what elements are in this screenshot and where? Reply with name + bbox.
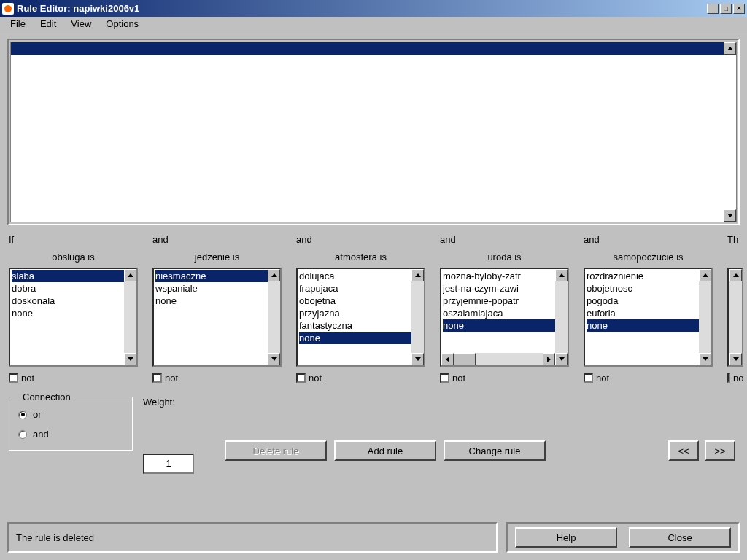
not-checkbox[interactable]	[9, 373, 18, 383]
not-label: not	[309, 373, 322, 384]
menu-edit[interactable]: Edit	[33, 18, 63, 30]
list-item[interactable]: niesmaczne	[155, 270, 279, 282]
column-header: uroda is	[440, 252, 569, 265]
list-item[interactable]: obojetnosc	[587, 282, 710, 295]
weight-input[interactable]: 1	[143, 454, 194, 474]
list-item[interactable]: dolujaca	[299, 270, 422, 282]
variable-listbox[interactable]: rozdraznienieobojetnoscpogodaeuforianone	[584, 268, 713, 367]
scroll-thumb[interactable]	[454, 353, 476, 365]
not-checkbox[interactable]	[440, 373, 449, 383]
list-item[interactable]: frapujaca	[299, 282, 422, 295]
list-item[interactable]: mozna-byloby-zatr	[443, 270, 566, 282]
variable-listbox[interactable]: slabadobradoskonalanone	[9, 268, 138, 367]
not-checkbox-row: not	[296, 373, 425, 384]
not-label: not	[596, 373, 609, 384]
scroll-down-icon[interactable]	[411, 353, 424, 365]
window-title: Rule Editor: napiwki2006v1	[17, 3, 139, 14]
list-item[interactable]: none	[299, 332, 422, 344]
list-item[interactable]: przyjazna	[299, 307, 422, 319]
list-item[interactable]: jest-na-czym-zawi	[443, 282, 566, 295]
scroll-up-icon[interactable]	[411, 269, 424, 281]
variable-column: andjedzenie isniesmacznewspanialenonenot	[152, 234, 282, 384]
list-item[interactable]: dobra	[12, 282, 135, 295]
delete-rule-button[interactable]: Delete rule	[225, 440, 327, 461]
column-header: obsluga is	[9, 252, 138, 265]
variable-column: Ifobsluga isslabadobradoskonalanonenot	[9, 234, 138, 384]
rules-area-frame	[7, 39, 740, 225]
column-header: samopoczucie is	[584, 252, 713, 265]
list-item[interactable]: slaba	[12, 270, 135, 282]
close-window-button[interactable]: ×	[733, 4, 745, 14]
variable-column: andatmosfera isdolujacafrapujacaobojetna…	[296, 234, 425, 384]
scroll-down-icon[interactable]	[268, 353, 280, 365]
not-checkbox[interactable]	[584, 373, 593, 383]
connection-and-label: and	[33, 429, 49, 440]
scroll-up-icon[interactable]	[729, 269, 742, 281]
variable-listbox[interactable]: srnisrwyekno	[727, 268, 743, 367]
rules-scroll-down[interactable]	[724, 209, 736, 222]
add-rule-button[interactable]: Add rule	[334, 440, 436, 461]
variable-column: Thsrnisrwyeknonot	[727, 234, 743, 384]
scroll-right-icon[interactable]	[543, 353, 555, 365]
scroll-up-icon[interactable]	[268, 269, 280, 281]
not-checkbox-row: not	[152, 373, 282, 384]
list-item[interactable]: pogoda	[587, 295, 710, 307]
list-item[interactable]: none	[443, 319, 566, 332]
list-item[interactable]: wspaniale	[155, 282, 279, 295]
column-header: jedzenie is	[152, 252, 282, 265]
column-header: atmosfera is	[296, 252, 425, 265]
list-item[interactable]: euforia	[587, 307, 710, 319]
column-conjunction: and	[296, 234, 425, 247]
not-checkbox[interactable]	[296, 373, 306, 383]
scroll-up-icon[interactable]	[555, 269, 568, 281]
scroll-down-icon[interactable]	[124, 353, 136, 365]
rules-list-selected-row[interactable]	[11, 42, 724, 55]
not-checkbox[interactable]	[152, 373, 162, 383]
list-item[interactable]: none	[12, 307, 135, 319]
list-item[interactable]: none	[155, 295, 279, 307]
scroll-up-icon[interactable]	[124, 269, 136, 281]
weight-label: Weight:	[143, 397, 194, 410]
menu-bar: File Edit View Options	[0, 17, 747, 31]
column-conjunction: If	[9, 234, 138, 247]
not-label: not	[733, 373, 743, 384]
menu-options[interactable]: Options	[98, 18, 146, 30]
close-button[interactable]: Close	[629, 527, 731, 548]
variable-column: anduroda ismozna-byloby-zatrjest-na-czym…	[440, 234, 569, 384]
connection-legend: Connection	[20, 392, 74, 402]
list-item[interactable]: rozdraznienie	[587, 270, 710, 282]
connection-and-radio[interactable]: and	[18, 429, 123, 440]
not-checkbox-row: not	[9, 373, 138, 384]
rules-scroll-up[interactable]	[724, 42, 736, 55]
not-label: not	[452, 373, 465, 384]
list-item[interactable]: none	[587, 319, 710, 332]
list-item[interactable]: obojetna	[299, 295, 422, 307]
list-item[interactable]: doskonala	[12, 295, 135, 307]
prev-rule-button[interactable]: <<	[668, 440, 699, 461]
connection-or-radio[interactable]: or	[18, 409, 123, 420]
menu-file[interactable]: File	[3, 18, 33, 30]
next-rule-button[interactable]: >>	[705, 440, 735, 461]
variable-listbox[interactable]: niesmacznewspanialenone	[152, 268, 282, 367]
scroll-up-icon[interactable]	[699, 269, 711, 281]
list-item[interactable]: fantastyczna	[299, 319, 422, 332]
scroll-down-icon[interactable]	[699, 353, 711, 365]
minimize-button[interactable]: _	[707, 4, 719, 14]
maximize-button[interactable]: □	[720, 4, 732, 14]
variable-listbox[interactable]: mozna-byloby-zatrjest-na-czym-zawiprzyje…	[440, 268, 569, 367]
connection-or-label: or	[33, 409, 42, 420]
not-checkbox[interactable]	[727, 373, 730, 383]
app-icon	[2, 3, 14, 15]
scroll-down-icon[interactable]	[729, 353, 742, 365]
scroll-left-icon[interactable]	[441, 353, 454, 365]
variable-column: andsamopoczucie isrozdraznienieobojetnos…	[584, 234, 713, 384]
help-button[interactable]: Help	[515, 527, 617, 548]
list-item[interactable]: oszalamiajaca	[443, 307, 566, 319]
variable-listbox[interactable]: dolujacafrapujacaobojetnaprzyjaznafantas…	[296, 268, 425, 367]
not-label: not	[165, 373, 178, 384]
scroll-down-icon[interactable]	[555, 353, 568, 365]
rules-list[interactable]	[10, 42, 737, 222]
menu-view[interactable]: View	[63, 18, 98, 30]
list-item[interactable]: przyjemnie-popatr	[443, 295, 566, 307]
change-rule-button[interactable]: Change rule	[444, 440, 546, 461]
